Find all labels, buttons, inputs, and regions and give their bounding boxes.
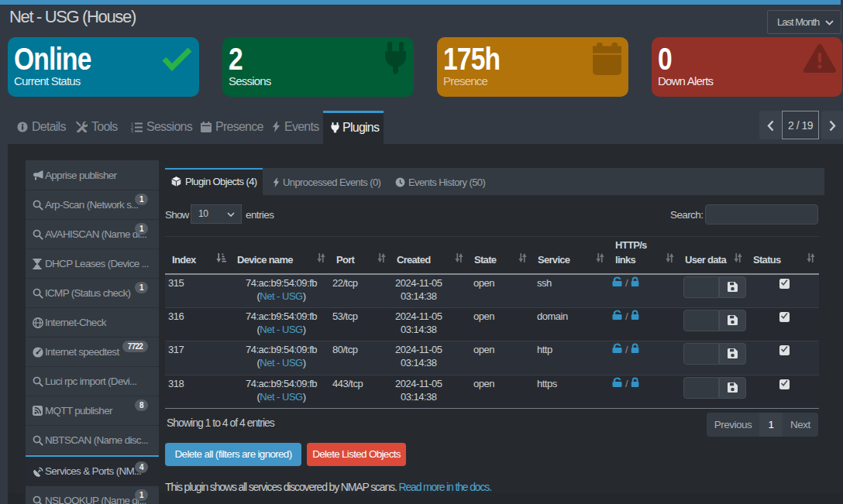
svg-text:3: 3 <box>131 129 133 132</box>
